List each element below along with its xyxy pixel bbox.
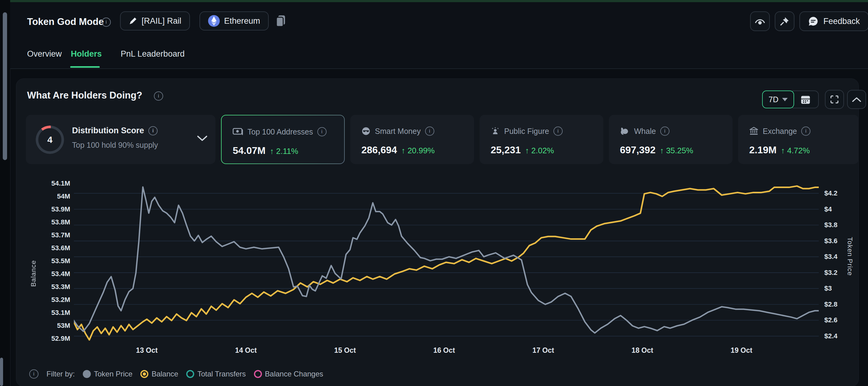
- collapse-button[interactable]: [847, 90, 866, 109]
- stat-value: 697,392: [620, 144, 656, 156]
- left-tick-label: 53M: [57, 322, 70, 330]
- tab-overview[interactable]: Overview: [27, 49, 62, 59]
- smart-money-icon: [361, 126, 371, 136]
- stat-value: 2.19M: [749, 144, 777, 156]
- legend-item-total-transfers[interactable]: Total Transfers: [186, 370, 246, 378]
- chart-legend: Filter by: Token Price Balance Total Tra…: [29, 369, 323, 379]
- x-tick-label: 16 Oct: [433, 346, 455, 355]
- chat-bubble-icon: [808, 16, 818, 27]
- page-title: Token God Mode: [27, 16, 104, 27]
- eye-icon: [755, 17, 765, 26]
- stat-card-smart-money[interactable]: Smart Money 286,694 ↑ 20.99%: [350, 115, 474, 164]
- network-selector-button[interactable]: Ethereum: [199, 11, 269, 30]
- left-tick-label: 53.8M: [52, 218, 70, 226]
- pin-button[interactable]: [775, 11, 795, 31]
- stat-label: Public Figure: [504, 127, 549, 136]
- right-tick-label: $2.4: [824, 332, 838, 340]
- stat-card-public-figure[interactable]: Public Figure 25,231 ↑ 2.02%: [479, 115, 603, 164]
- copy-icon[interactable]: [276, 15, 286, 27]
- time-range-control: 7D: [762, 90, 819, 108]
- stat-card-exchange[interactable]: Exchange 2.19M ↑ 4.72%: [738, 115, 859, 164]
- x-tick-label: 14 Oct: [235, 346, 257, 355]
- left-tick-label: 54M: [57, 192, 70, 200]
- distribution-score-card[interactable]: 4 Distribution Score Top 100 hold 90% su…: [26, 115, 215, 164]
- token-price-swatch-icon: [83, 370, 91, 378]
- token-selector-label: [RAIL] Rail: [142, 16, 181, 26]
- pin-icon: [780, 16, 789, 26]
- fullscreen-button[interactable]: [825, 90, 844, 109]
- public-figure-icon: [491, 126, 500, 136]
- ethereum-icon: [208, 15, 220, 27]
- right-tick-label: $2.6: [824, 316, 838, 324]
- banknote-icon: [233, 128, 243, 136]
- up-arrow-icon: ↑: [270, 147, 274, 156]
- stat-label: Exchange: [763, 127, 797, 136]
- balance-swatch-icon: [141, 370, 148, 378]
- tab-holders[interactable]: Holders: [71, 49, 102, 59]
- active-tab-underline: [70, 66, 100, 68]
- bank-icon: [749, 126, 758, 136]
- panel-info-icon[interactable]: [154, 91, 163, 101]
- stat-value: 286,694: [361, 144, 397, 156]
- panel-title: What Are Holders Doing?: [27, 90, 142, 101]
- left-tick-label: 53.3M: [52, 283, 70, 291]
- feedback-label: Feedback: [824, 17, 860, 26]
- legend-info-icon[interactable]: [29, 369, 38, 379]
- up-arrow-icon: ↑: [660, 146, 664, 155]
- stat-change: ↑ 20.99%: [401, 146, 435, 155]
- stat-info-icon[interactable]: [425, 126, 434, 136]
- scrollbar-fragment[interactable]: [0, 358, 3, 386]
- left-tick-label: 53.7M: [52, 231, 70, 239]
- stat-card-whale[interactable]: Whale 697,392 ↑ 35.25%: [609, 115, 733, 164]
- distribution-info-icon[interactable]: [148, 126, 158, 136]
- holders-line-chart[interactable]: [74, 177, 819, 345]
- series-token-price: [74, 187, 819, 333]
- x-tick-label: 15 Oct: [334, 346, 356, 355]
- token-selector-button[interactable]: [RAIL] Rail: [120, 11, 190, 30]
- vertical-scrollbar[interactable]: [3, 12, 7, 160]
- left-tick-label: 53.2M: [52, 296, 70, 304]
- right-tick-label: $4.2: [824, 189, 838, 197]
- balance-changes-swatch-icon: [254, 370, 262, 378]
- stat-change: ↑ 2.02%: [525, 146, 554, 155]
- stat-info-icon[interactable]: [553, 126, 563, 136]
- left-tick-label: 53.6M: [52, 244, 70, 252]
- right-tick-label: $2.8: [824, 300, 838, 308]
- tab-pnl-leaderboard[interactable]: PnL Leaderboard: [121, 49, 185, 59]
- stat-change: ↑ 35.25%: [660, 146, 693, 155]
- stat-change: ↑ 4.72%: [781, 146, 810, 155]
- x-tick-label: 18 Oct: [631, 346, 653, 355]
- right-tick-label: $3.4: [824, 253, 838, 261]
- legend-item-token-price[interactable]: Token Price: [83, 370, 132, 378]
- watch-button[interactable]: [750, 11, 770, 31]
- left-tick-label: 53.1M: [52, 309, 70, 317]
- stat-label: Smart Money: [375, 127, 421, 136]
- left-tick-label: 53.4M: [52, 270, 70, 278]
- total-transfers-swatch-icon: [186, 370, 194, 378]
- calendar-button[interactable]: [792, 90, 819, 108]
- stat-value: 25,231: [491, 144, 521, 156]
- stat-card-top-100-addresses[interactable]: Top 100 Addresses 54.07M ↑ 2.11%: [221, 115, 345, 164]
- up-arrow-icon: ↑: [401, 146, 405, 155]
- left-tick-label: 52.9M: [52, 335, 70, 343]
- chevron-down-icon: [782, 98, 788, 101]
- x-tick-label: 13 Oct: [136, 346, 158, 355]
- legend-item-balance[interactable]: Balance: [141, 370, 178, 378]
- legend-item-balance-changes[interactable]: Balance Changes: [254, 370, 323, 378]
- expand-chevron-icon[interactable]: [197, 135, 208, 142]
- feedback-button[interactable]: Feedback: [799, 11, 868, 31]
- right-tick-label: $3.8: [824, 221, 838, 229]
- fullscreen-icon: [830, 95, 839, 104]
- up-arrow-icon: ↑: [781, 146, 785, 155]
- stat-label: Top 100 Addresses: [247, 127, 313, 136]
- stat-label: Whale: [634, 127, 656, 136]
- left-axis-title: Balance: [30, 260, 37, 287]
- page-title-info-icon[interactable]: [101, 18, 111, 27]
- stat-info-icon[interactable]: [660, 126, 670, 136]
- pencil-icon: [129, 17, 137, 25]
- range-dropdown[interactable]: 7D: [762, 90, 794, 108]
- stat-info-icon[interactable]: [801, 126, 810, 136]
- legend-filter-label: Filter by:: [46, 370, 75, 378]
- stat-info-icon[interactable]: [317, 127, 327, 136]
- left-tick-label: 54.1M: [52, 179, 70, 187]
